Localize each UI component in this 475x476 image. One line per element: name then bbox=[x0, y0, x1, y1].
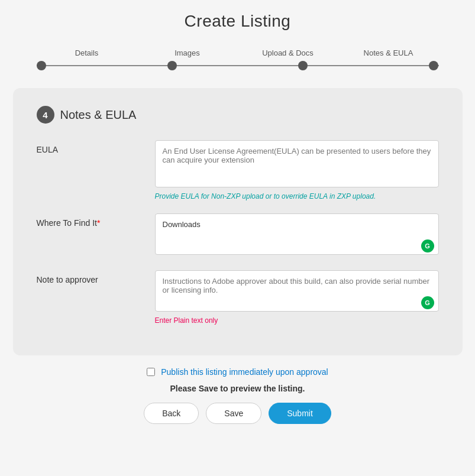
note-to-approver-wrapper: G bbox=[155, 270, 439, 314]
required-indicator: * bbox=[97, 218, 100, 228]
step-label-upload: Upload & Docs bbox=[238, 48, 338, 57]
note-error-text: Enter Plain text only bbox=[155, 316, 439, 325]
back-button[interactable]: Back bbox=[144, 403, 199, 424]
section-header: 4 Notes & EULA bbox=[37, 106, 439, 124]
note-to-approver-field: G Enter Plain text only bbox=[155, 270, 439, 325]
grammarly-icon-1: G bbox=[421, 239, 434, 252]
step-badge: 4 bbox=[37, 106, 54, 124]
eula-row: EULA Provide EULA for Non-ZXP upload or … bbox=[37, 140, 439, 200]
step-dot-2 bbox=[167, 61, 177, 70]
submit-button[interactable]: Submit bbox=[269, 403, 331, 424]
progress-indicator: Details Images Upload & Docs Notes & EUL… bbox=[37, 48, 439, 70]
where-to-find-row: Where To Find It* Downloads G bbox=[37, 213, 439, 257]
progress-track bbox=[37, 61, 439, 70]
step-label-notes: Notes & EULA bbox=[338, 48, 439, 57]
publish-row: Publish this listing immediately upon ap… bbox=[147, 367, 328, 377]
page-title: Create Listing bbox=[185, 12, 291, 31]
note-to-approver-textarea[interactable] bbox=[155, 270, 439, 312]
eula-hint: Provide EULA for Non-ZXP upload or to ov… bbox=[155, 192, 439, 200]
eula-field: Provide EULA for Non-ZXP upload or to ov… bbox=[155, 140, 439, 200]
save-preview-text: Please Save to preview the listing. bbox=[170, 384, 305, 393]
publish-label: Publish this listing immediately upon ap… bbox=[161, 367, 328, 377]
step-dot-4 bbox=[429, 61, 438, 70]
save-button[interactable]: Save bbox=[206, 403, 261, 424]
step-dot-3 bbox=[298, 61, 308, 70]
grammarly-icon-2: G bbox=[421, 296, 434, 309]
publish-checkbox[interactable] bbox=[147, 368, 155, 376]
step-label-images: Images bbox=[137, 48, 238, 57]
note-to-approver-row: Note to approver G Enter Plain text only bbox=[37, 270, 439, 325]
eula-label: EULA bbox=[37, 140, 155, 154]
section-title: Notes & EULA bbox=[60, 108, 137, 122]
eula-textarea[interactable] bbox=[155, 140, 439, 187]
step-label-details: Details bbox=[37, 48, 137, 57]
button-row: Back Save Submit bbox=[144, 403, 331, 424]
note-to-approver-label: Note to approver bbox=[37, 270, 155, 284]
main-card: 4 Notes & EULA EULA Provide EULA for Non… bbox=[13, 88, 463, 355]
where-to-find-label: Where To Find It* bbox=[37, 213, 155, 228]
step-dot-1 bbox=[37, 61, 46, 70]
where-to-find-textarea[interactable]: Downloads bbox=[155, 213, 439, 255]
bottom-section: Publish this listing immediately upon ap… bbox=[144, 367, 331, 424]
where-to-find-wrapper: Downloads G bbox=[155, 213, 439, 257]
where-to-find-field: Downloads G bbox=[155, 213, 439, 257]
